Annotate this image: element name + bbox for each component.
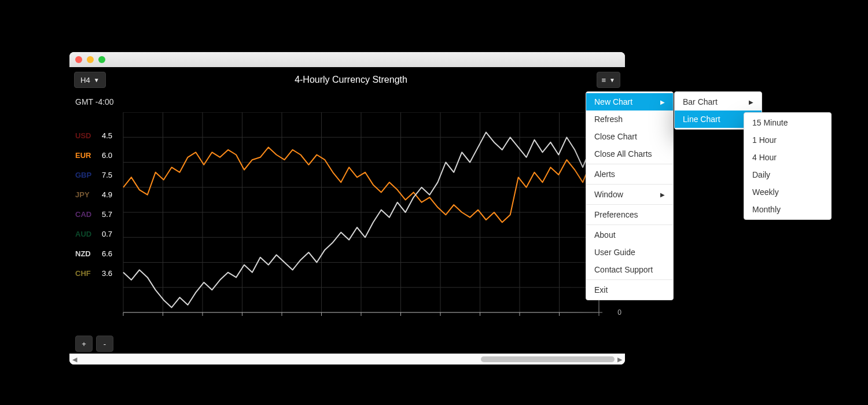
menu-item-label: Close Chart xyxy=(594,132,637,141)
menu-item-label: Weekly xyxy=(752,187,779,197)
scroll-left-icon[interactable]: ◀ xyxy=(69,356,80,363)
legend-row: CHF3.6 xyxy=(75,264,112,284)
menu-item-label: 15 Minute xyxy=(752,118,788,127)
menu-separator xyxy=(586,184,673,185)
hamburger-icon: ≡ xyxy=(602,76,606,84)
legend-symbol: CHF xyxy=(75,264,96,284)
menu-item-label: Monthly xyxy=(752,205,781,214)
app-window: H4 ▼ 4-Hourly Currency Strength ≡ ▼ GMT … xyxy=(69,52,625,365)
menu-item-label: Refresh xyxy=(594,115,623,124)
new-chart-menu-item[interactable]: Bar Chart▶ xyxy=(675,93,762,111)
zoom-out-button[interactable]: - xyxy=(96,336,113,352)
legend-value: 7.5 xyxy=(102,165,112,185)
chart-stage: GMT -4:00 USD4.5EUR6.0GBP7.5JPY4.9CAD5.7… xyxy=(69,93,625,354)
chevron-right-icon: ▶ xyxy=(660,99,665,105)
line-chart-submenu[interactable]: 15 Minute1 Hour4 HourDailyWeeklyMonthly xyxy=(744,112,832,220)
menu-item-label: Close All Charts xyxy=(594,149,652,159)
close-icon[interactable] xyxy=(75,56,82,63)
legend-value: 4.5 xyxy=(102,126,112,146)
menu-item-label: Bar Chart xyxy=(683,97,718,106)
menu-separator xyxy=(586,204,673,205)
main-menu-item[interactable]: User Guide xyxy=(586,244,673,261)
scrollbar-thumb[interactable] xyxy=(481,356,615,362)
currency-legend: USD4.5EUR6.0GBP7.5JPY4.9CAD5.7AUD0.7NZD6… xyxy=(75,126,112,284)
zoom-controls: + - xyxy=(75,336,113,352)
legend-symbol: EUR xyxy=(75,146,96,165)
legend-row: AUD0.7 xyxy=(75,224,112,244)
legend-value: 3.6 xyxy=(102,264,112,284)
chart-toolbar: H4 ▼ 4-Hourly Currency Strength ≡ ▼ xyxy=(69,67,625,93)
line-chart-menu-item[interactable]: 15 Minute xyxy=(744,114,831,131)
settings-menu-button[interactable]: ≡ ▼ xyxy=(597,72,621,88)
timeframe-dropdown[interactable]: H4 ▼ xyxy=(74,72,106,88)
horizontal-scrollbar[interactable]: ◀ ▶ xyxy=(69,354,625,365)
legend-row: GBP7.5 xyxy=(75,165,112,185)
menu-item-label: User Guide xyxy=(594,248,635,257)
legend-value: 5.7 xyxy=(102,205,112,224)
chart-app: H4 ▼ 4-Hourly Currency Strength ≡ ▼ GMT … xyxy=(69,67,625,354)
legend-symbol: CAD xyxy=(75,205,96,224)
zoom-in-button[interactable]: + xyxy=(75,336,93,352)
chevron-right-icon: ▶ xyxy=(660,192,665,198)
main-menu-item[interactable]: Window▶ xyxy=(586,186,673,203)
main-menu-item[interactable]: Close All Charts xyxy=(586,145,673,163)
legend-row: USD4.5 xyxy=(75,126,112,146)
chart-title: 4-Hourly Currency Strength xyxy=(111,75,592,85)
legend-symbol: NZD xyxy=(75,244,96,264)
scroll-right-icon[interactable]: ▶ xyxy=(615,356,625,363)
chevron-right-icon: ▶ xyxy=(749,99,753,105)
main-menu-item[interactable]: New Chart▶ xyxy=(586,93,673,111)
legend-symbol: GBP xyxy=(75,165,96,185)
menu-item-label: Daily xyxy=(752,170,770,179)
legend-row: EUR6.0 xyxy=(75,146,112,165)
legend-row: JPY4.9 xyxy=(75,185,112,205)
chevron-down-icon: ▼ xyxy=(94,77,100,83)
legend-value: 6.0 xyxy=(102,146,112,165)
legend-value: 4.9 xyxy=(102,185,112,205)
menu-separator xyxy=(586,279,673,280)
main-context-menu[interactable]: New Chart▶RefreshClose ChartClose All Ch… xyxy=(586,91,674,300)
legend-symbol: AUD xyxy=(75,224,96,244)
main-menu-item[interactable]: About xyxy=(586,226,673,244)
menu-separator xyxy=(586,164,673,164)
menu-item-label: Preferences xyxy=(594,210,638,219)
line-chart-menu-item[interactable]: Weekly xyxy=(744,183,831,201)
main-menu-item[interactable]: Preferences xyxy=(586,206,673,223)
menu-separator xyxy=(586,224,673,225)
line-chart-menu-item[interactable]: Daily xyxy=(744,166,831,183)
legend-value: 0.7 xyxy=(102,224,112,244)
chevron-down-icon: ▼ xyxy=(609,77,615,83)
legend-symbol: USD xyxy=(75,126,96,146)
main-menu-item[interactable]: Exit xyxy=(586,281,673,299)
main-menu-item[interactable]: Contact Support xyxy=(586,261,673,278)
zoom-icon[interactable] xyxy=(98,56,105,63)
y-tick-label: 0 xyxy=(617,308,621,316)
legend-row: NZD6.6 xyxy=(75,244,112,264)
menu-item-label: Alerts xyxy=(594,170,615,179)
line-chart-menu-item[interactable]: 4 Hour xyxy=(744,149,831,166)
chart-plot[interactable] xyxy=(119,112,610,332)
menu-item-label: New Chart xyxy=(594,97,632,106)
main-menu-item[interactable]: Close Chart xyxy=(586,128,673,145)
legend-symbol: JPY xyxy=(75,185,96,205)
legend-value: 6.6 xyxy=(102,244,112,264)
line-chart-menu-item[interactable]: Monthly xyxy=(744,201,831,218)
timezone-label: GMT -4:00 xyxy=(75,97,114,106)
minimize-icon[interactable] xyxy=(87,56,94,63)
menu-item-label: 4 Hour xyxy=(752,153,777,162)
legend-row: CAD5.7 xyxy=(75,205,112,224)
menu-item-label: Exit xyxy=(594,285,608,294)
line-chart-menu-item[interactable]: 1 Hour xyxy=(744,131,831,149)
main-menu-item[interactable]: Alerts xyxy=(586,165,673,183)
menu-item-label: Line Chart xyxy=(683,115,720,124)
menu-item-label: 1 Hour xyxy=(752,135,777,145)
main-menu-item[interactable]: Refresh xyxy=(586,111,673,128)
menu-item-label: About xyxy=(594,230,616,240)
scrollbar-track[interactable] xyxy=(80,356,615,362)
mac-titlebar xyxy=(69,52,625,67)
timeframe-label: H4 xyxy=(80,76,90,84)
menu-item-label: Window xyxy=(594,190,623,199)
menu-item-label: Contact Support xyxy=(594,265,653,274)
